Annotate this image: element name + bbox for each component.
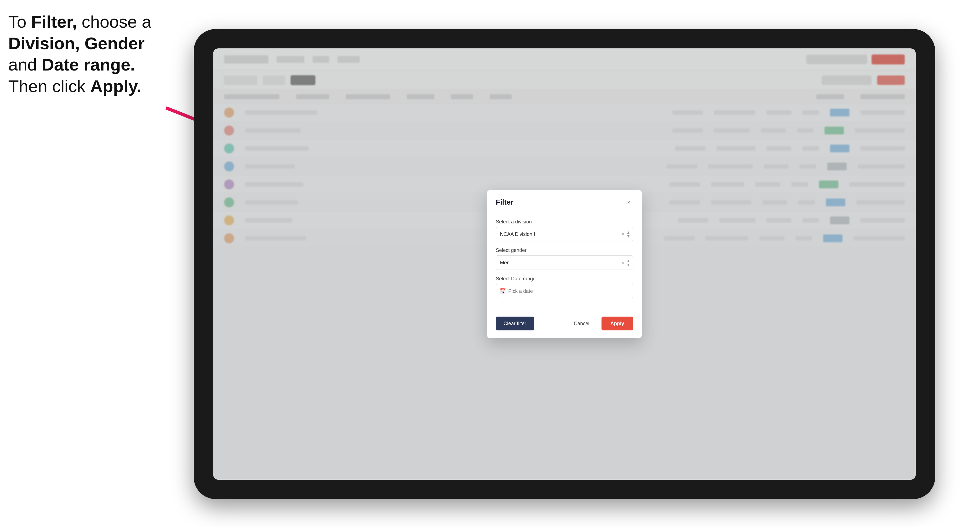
tablet-frame: Filter × Select a division NCAA Division… <box>194 29 935 499</box>
dialog-title: Filter <box>496 198 514 206</box>
gender-form-group: Select gender Men Women Coed ✕ ▲ <box>496 248 633 270</box>
gender-select-wrapper[interactable]: Men Women Coed ✕ ▲ ▼ <box>496 256 633 270</box>
modal-overlay: Filter × Select a division NCAA Division… <box>213 48 916 480</box>
close-button[interactable]: × <box>624 198 633 206</box>
footer-right: Cancel Apply <box>566 317 633 330</box>
instruction-bold-apply: Apply. <box>90 76 142 96</box>
instruction-line3: and Date range. <box>8 55 135 74</box>
dialog-header: Filter × <box>487 190 642 212</box>
dialog-body: Select a division NCAA Division I NCAA D… <box>487 212 642 311</box>
instruction-bold-daterange: Date range. <box>42 55 135 74</box>
division-form-group: Select a division NCAA Division I NCAA D… <box>496 219 633 241</box>
date-range-input[interactable] <box>496 284 633 298</box>
apply-button[interactable]: Apply <box>601 317 633 330</box>
division-select[interactable]: NCAA Division I NCAA Division II NCAA Di… <box>496 227 633 241</box>
instruction-text: To Filter, choose a Division, Gender and… <box>8 11 169 97</box>
gender-select[interactable]: Men Women Coed <box>496 256 633 270</box>
dialog-footer: Clear filter Cancel Apply <box>487 311 642 338</box>
clear-filter-button[interactable]: Clear filter <box>496 317 534 330</box>
date-label: Select Date range <box>496 276 633 282</box>
date-form-group: Select Date range 📅 <box>496 276 633 298</box>
division-label: Select a division <box>496 219 633 225</box>
tablet-screen: Filter × Select a division NCAA Division… <box>213 48 916 480</box>
filter-dialog: Filter × Select a division NCAA Division… <box>487 190 642 338</box>
instruction-bold-filter: Filter, <box>31 12 77 31</box>
cancel-button[interactable]: Cancel <box>566 317 597 330</box>
instruction-bold-division-gender: Division, Gender <box>8 34 145 53</box>
division-select-wrapper[interactable]: NCAA Division I NCAA Division II NCAA Di… <box>496 227 633 241</box>
instruction-line4: Then click Apply. <box>8 76 142 96</box>
gender-label: Select gender <box>496 248 633 253</box>
instruction-line1: To Filter, choose a <box>8 12 151 31</box>
date-input-wrapper[interactable]: 📅 <box>496 284 633 298</box>
